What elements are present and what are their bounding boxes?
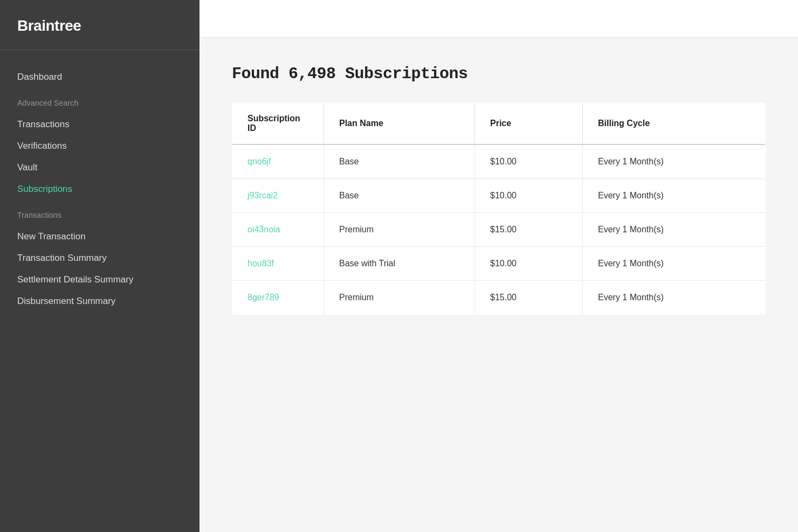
sidebar-item-transaction-summary[interactable]: Transaction Summary [0, 247, 200, 269]
cell-subscription-id: hou83f [232, 247, 324, 281]
page-title: Found 6,498 Subscriptions [232, 65, 766, 83]
sidebar-section-label-advanced-search: Advanced Search [0, 99, 200, 114]
col-header-price: Price [475, 103, 583, 145]
cell-billing-cycle: Every 1 Month(s) [583, 144, 766, 179]
col-header-subscription-id: Subscription ID [232, 103, 324, 145]
sidebar-item-disbursement-summary[interactable]: Disbursement Summary [0, 291, 200, 312]
table-row: oi43noiaPremium$15.00Every 1 Month(s) [232, 213, 766, 247]
table-row: qno6jfBase$10.00Every 1 Month(s) [232, 144, 766, 179]
cell-billing-cycle: Every 1 Month(s) [583, 247, 766, 281]
subscription-id-link[interactable]: qno6jf [247, 157, 271, 166]
cell-plan-name: Base with Trial [324, 247, 475, 281]
main-content: Found 6,498 Subscriptions Subscription I… [200, 0, 798, 532]
cell-subscription-id: j93rcai2 [232, 179, 324, 213]
table-row: 8ger789Premium$15.00Every 1 Month(s) [232, 281, 766, 315]
sidebar-section-main: Dashboard [0, 66, 200, 88]
sidebar-item-transactions[interactable]: Transactions [0, 114, 200, 135]
col-header-plan-name: Plan Name [324, 103, 475, 145]
sidebar-item-settlement-details-summary[interactable]: Settlement Details Summary [0, 269, 200, 291]
subscription-id-link[interactable]: j93rcai2 [247, 191, 278, 200]
subscription-id-link[interactable]: hou83f [247, 259, 274, 268]
sidebar-section-advanced-search: Advanced Search Transactions Verificatio… [0, 99, 200, 200]
cell-plan-name: Premium [324, 281, 475, 315]
cell-price: $15.00 [475, 213, 583, 247]
sidebar-item-subscriptions[interactable]: Subscriptions [0, 178, 200, 200]
main-header [200, 0, 798, 38]
table-row: hou83fBase with Trial$10.00Every 1 Month… [232, 247, 766, 281]
cell-subscription-id: oi43noia [232, 213, 324, 247]
cell-price: $10.00 [475, 247, 583, 281]
cell-subscription-id: 8ger789 [232, 281, 324, 315]
cell-price: $10.00 [475, 144, 583, 179]
subscriptions-table: Subscription ID Plan Name Price Billing … [232, 102, 766, 315]
sidebar-section-transactions: Transactions New Transaction Transaction… [0, 211, 200, 312]
subscription-id-link[interactable]: 8ger789 [247, 293, 279, 302]
cell-billing-cycle: Every 1 Month(s) [583, 281, 766, 315]
sidebar: Braintree Dashboard Advanced Search Tran… [0, 0, 200, 532]
sidebar-item-verifications[interactable]: Verifications [0, 135, 200, 157]
subscription-id-link[interactable]: oi43noia [247, 225, 280, 234]
main-content-body: Found 6,498 Subscriptions Subscription I… [200, 38, 798, 342]
cell-plan-name: Base [324, 144, 475, 179]
cell-price: $15.00 [475, 281, 583, 315]
sidebar-logo: Braintree [0, 0, 200, 50]
table-header-row: Subscription ID Plan Name Price Billing … [232, 103, 766, 145]
table-row: j93rcai2Base$10.00Every 1 Month(s) [232, 179, 766, 213]
sidebar-item-vault[interactable]: Vault [0, 157, 200, 178]
table-header: Subscription ID Plan Name Price Billing … [232, 103, 766, 145]
cell-subscription-id: qno6jf [232, 144, 324, 179]
cell-billing-cycle: Every 1 Month(s) [583, 213, 766, 247]
sidebar-section-label-transactions: Transactions [0, 211, 200, 226]
cell-price: $10.00 [475, 179, 583, 213]
cell-plan-name: Base [324, 179, 475, 213]
col-header-billing-cycle: Billing Cycle [583, 103, 766, 145]
sidebar-navigation: Dashboard Advanced Search Transactions V… [0, 50, 200, 532]
sidebar-item-dashboard[interactable]: Dashboard [0, 66, 200, 88]
cell-plan-name: Premium [324, 213, 475, 247]
app-logo: Braintree [17, 17, 81, 34]
cell-billing-cycle: Every 1 Month(s) [583, 179, 766, 213]
table-body: qno6jfBase$10.00Every 1 Month(s)j93rcai2… [232, 144, 766, 315]
sidebar-item-new-transaction[interactable]: New Transaction [0, 226, 200, 247]
